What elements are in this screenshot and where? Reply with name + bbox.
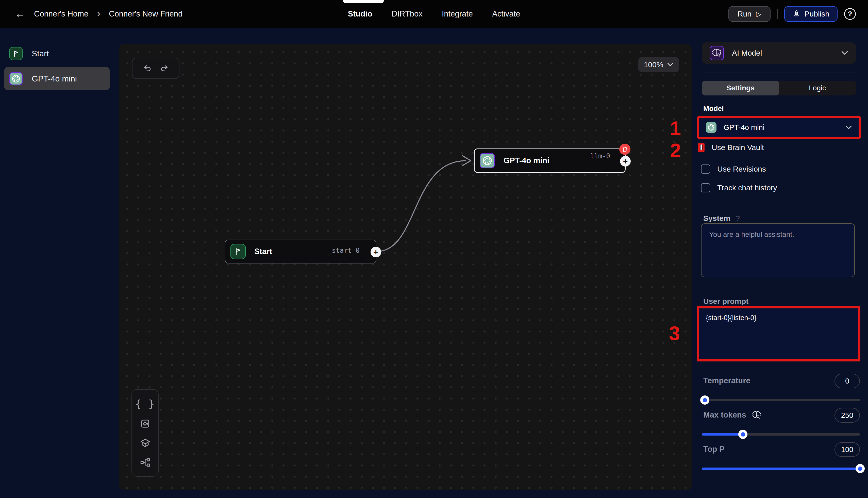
annotation-number-3: 3 [669,322,680,345]
zoom-level: 100% [644,61,663,69]
chevron-down-icon [845,126,852,130]
user-prompt-textarea[interactable]: {start-0}{listen-0} [699,309,858,359]
inspector-panel: AI Model Settings Logic Model GPT-4o min… [692,28,868,498]
package-icon[interactable] [140,437,151,448]
zoom-control[interactable]: 100% [638,57,679,72]
node-connector [119,44,692,490]
model-value: GPT-4o mini [724,123,838,132]
chevron-down-icon [667,63,673,67]
tab-settings[interactable]: Settings [702,81,779,95]
model-dropdown[interactable]: GPT-4o mini [699,118,859,137]
trash-icon [621,146,628,153]
model-label: Model [703,105,724,113]
openai-icon [706,122,716,133]
tab-dirtbox[interactable]: DIRTbox [392,9,423,18]
user-prompt-annotation-box: {start-0}{listen-0} [697,306,860,362]
help-icon[interactable]: ? [736,214,740,222]
node-start[interactable]: Start start-0 + [225,240,377,263]
settings-logic-tabs: Settings Logic [702,81,856,95]
sidebar-item-label: GPT-4o mini [32,74,77,83]
node-title: Start [254,247,272,256]
openai-icon [480,153,495,168]
use-revisions-checkbox[interactable] [701,165,710,174]
top-actions: Run ▷ Publish ? [728,0,856,28]
temperature-row: Temperature [703,376,750,385]
slider-handle[interactable] [738,430,748,439]
rocket-icon [792,10,801,18]
add-connection-button[interactable]: + [620,156,631,167]
node-title: GPT-4o mini [503,156,550,165]
system-label-row: System ? [703,214,740,223]
node-type-title: AI Model [732,49,833,57]
help-icon[interactable]: ? [844,8,856,20]
publish-button-label: Publish [804,10,829,18]
sitemap-icon[interactable] [140,457,150,468]
tab-logic[interactable]: Logic [779,81,856,95]
breadcrumb: ← Conner's Home › Conner's New Friend [15,0,183,28]
slider-fill [702,433,743,435]
top-bar: ← Conner's Home › Conner's New Friend St… [0,0,868,28]
openai-icon [9,72,23,85]
max-tokens-value[interactable]: 250 [834,408,860,423]
undo-icon[interactable] [143,64,152,73]
annotation-number-2: 2 [670,139,681,162]
top-p-slider[interactable] [702,464,860,473]
temperature-label: Temperature [703,376,750,385]
run-button[interactable]: Run ▷ [728,6,771,22]
breadcrumb-home[interactable]: Conner's Home [34,9,88,18]
delete-node-button[interactable] [619,144,630,155]
flag-icon [231,244,246,259]
breadcrumb-separator-icon: › [97,8,100,19]
system-prompt-textarea[interactable] [701,223,855,277]
checkbox-annotation-box [698,143,705,152]
tab-activate[interactable]: Activate [492,9,520,18]
max-tokens-slider[interactable] [702,430,860,439]
active-tab-indicator [343,0,384,3]
back-arrow-icon[interactable]: ← [15,9,25,19]
checkbox-label: Use Revisions [717,165,766,173]
tab-studio[interactable]: Studio [348,9,372,18]
brain-icon [752,411,761,419]
temperature-slider[interactable] [702,395,860,405]
checkbox-row-revisions: Use Revisions [701,165,766,174]
slider-handle[interactable] [700,395,709,405]
publish-button[interactable]: Publish [784,6,838,22]
top-p-value[interactable]: 100 [834,442,860,457]
max-tokens-row: Max tokens [703,410,761,420]
temperature-value[interactable]: 0 [834,374,860,388]
node-gpt4o-mini[interactable]: GPT-4o mini llm-0 + [474,148,626,173]
vault-icon[interactable] [140,418,150,429]
sidebar-item-gpt4o-mini[interactable]: GPT-4o mini [4,67,110,90]
tab-integrate[interactable]: Integrate [442,9,473,18]
chevron-down-icon [841,51,848,55]
brain-icon [710,46,724,60]
flow-canvas[interactable]: 100% Start start-0 + GPT-4o mini llm-0 + [119,44,692,490]
add-connection-button[interactable]: + [370,247,381,257]
system-label: System [703,214,731,223]
model-dropdown-annotation-box: GPT-4o mini [697,116,861,139]
node-type-header[interactable]: AI Model [702,42,856,64]
port-label: llm-0 [590,152,610,160]
annotation-number-1: 1 [670,117,681,140]
breadcrumb-current: Conner's New Friend [109,9,183,18]
use-brain-vault-checkbox[interactable] [700,144,702,150]
track-chat-history-checkbox[interactable] [701,183,710,193]
slider-handle[interactable] [856,464,865,473]
divider [777,9,778,19]
slider-track[interactable] [702,399,860,401]
checkbox-row-chat-history: Track chat history [701,183,777,193]
checkbox-row-brain-vault: Use Brain Vault [701,143,764,152]
play-icon: ▷ [756,10,761,18]
slider-fill [702,468,860,470]
variables-icon[interactable]: { } [135,398,155,410]
max-tokens-label: Max tokens [703,410,746,420]
sidebar-item-label: Start [32,49,49,58]
top-p-row: Top P [703,445,725,454]
canvas-toolbar: { } [131,389,159,477]
redo-icon[interactable] [160,64,169,73]
flag-icon [9,47,23,60]
user-prompt-label: User prompt [703,297,748,305]
node-list-sidebar: Start GPT-4o mini [0,28,119,498]
top-p-label: Top P [703,445,725,454]
sidebar-item-start[interactable]: Start [4,42,110,65]
